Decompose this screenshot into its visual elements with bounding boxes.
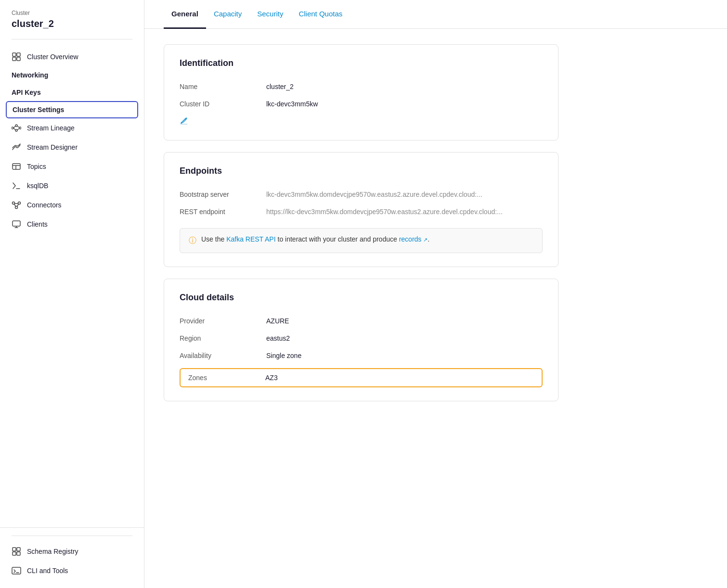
rest-endpoint-row: REST endpoint https://lkc-devc3mm5kw.dom… (180, 203, 543, 220)
bootstrap-server-row: Bootstrap server lkc-devc3mm5kw.domdevcj… (180, 186, 543, 203)
svg-rect-3 (17, 57, 20, 61)
sidebar-item-connectors[interactable]: Connectors (0, 195, 144, 215)
sidebar-item-label: Stream Designer (27, 143, 78, 151)
svg-point-5 (15, 125, 17, 127)
bootstrap-server-label: Bootstrap server (180, 191, 266, 198)
svg-line-8 (13, 126, 15, 128)
info-prefix: Use the (201, 235, 226, 243)
svg-rect-12 (13, 164, 20, 169)
svg-line-21 (17, 204, 19, 206)
identification-name-label: Name (180, 83, 266, 90)
svg-point-4 (12, 127, 13, 129)
info-suffix: . (428, 235, 429, 243)
sidebar-item-label: ksqlDB (27, 182, 48, 190)
sidebar-item-clients[interactable]: Clients (0, 215, 144, 234)
records-link[interactable]: records (399, 235, 422, 243)
sidebar-item-topics[interactable]: Topics (0, 157, 144, 176)
zones-label: Zones (188, 374, 265, 382)
provider-label: Provider (180, 317, 266, 325)
info-icon: ⓘ (189, 236, 196, 246)
svg-rect-28 (17, 552, 20, 555)
sidebar-item-label: Stream Lineage (27, 124, 75, 132)
sidebar-item-label: Schema Registry (27, 548, 78, 555)
region-value: eastus2 (266, 334, 543, 342)
svg-rect-25 (13, 548, 16, 551)
tab-security[interactable]: Security (249, 0, 291, 29)
topics-icon (12, 162, 21, 171)
identification-name-row: Name cluster_2 (180, 78, 543, 95)
cluster-label: Cluster (0, 0, 144, 18)
tab-capacity[interactable]: Capacity (206, 0, 249, 29)
svg-rect-2 (13, 57, 16, 61)
sidebar-item-label: Cluster Settings (13, 106, 64, 114)
sidebar-item-ksqldb[interactable]: ksqlDB (0, 176, 144, 195)
ksqldb-icon (12, 181, 21, 191)
svg-line-20 (14, 204, 16, 206)
external-link-icon: ↗ (423, 237, 428, 243)
stream-lineage-icon (12, 123, 21, 133)
svg-rect-26 (17, 548, 20, 551)
zones-row: Zones AZ3 (180, 368, 543, 387)
sidebar-item-label: Topics (27, 163, 46, 170)
cluster-name: cluster_2 (0, 18, 144, 39)
cloud-details-title: Cloud details (180, 293, 543, 303)
identification-card: Identification Name cluster_2 Cluster ID… (164, 44, 558, 141)
sidebar-item-label: Networking (12, 71, 48, 79)
main-content: General Capacity Security Client Quotas … (144, 0, 727, 588)
svg-rect-1 (17, 53, 20, 56)
svg-line-10 (17, 126, 19, 128)
identification-clusterid-label: Cluster ID (180, 100, 266, 108)
page-content: Identification Name cluster_2 Cluster ID… (144, 29, 578, 428)
rest-endpoint-value: https://lkc-devc3mm5kw.domdevcjpe9570w.e… (266, 208, 543, 216)
kafka-rest-api-link[interactable]: Kafka REST API (226, 235, 275, 243)
availability-row: Availability Single zone (180, 347, 543, 364)
sidebar-bottom-divider (12, 536, 132, 536)
sidebar-item-stream-designer[interactable]: Stream Designer (0, 138, 144, 157)
endpoints-title: Endpoints (180, 166, 543, 176)
region-row: Region eastus2 (180, 330, 543, 347)
provider-row: Provider AZURE (180, 312, 543, 330)
stream-designer-icon (12, 142, 21, 152)
svg-rect-29 (12, 567, 21, 574)
kafka-rest-info-box: ⓘ Use the Kafka REST API to interact wit… (180, 228, 543, 253)
endpoints-card: Endpoints Bootstrap server lkc-devc3mm5k… (164, 152, 558, 267)
svg-line-11 (17, 128, 19, 130)
svg-rect-0 (13, 53, 16, 56)
edit-link[interactable] (180, 116, 188, 125)
tabs-bar: General Capacity Security Client Quotas (144, 0, 727, 29)
identification-name-value: cluster_2 (266, 83, 543, 90)
provider-value: AZURE (266, 317, 543, 325)
sidebar-item-label: CLI and Tools (27, 567, 68, 575)
bootstrap-server-value: lkc-devc3mm5kw.domdevcjpe9570w.eastus2.a… (266, 191, 543, 198)
identification-clusterid-row: Cluster ID lkc-devc3mm5kw (180, 95, 543, 113)
sidebar-item-label: Connectors (27, 201, 62, 209)
sidebar-item-api-keys[interactable]: API Keys (0, 84, 144, 101)
sidebar-item-label: API Keys (12, 89, 41, 96)
rest-endpoint-label: REST endpoint (180, 208, 266, 216)
sidebar: Cluster cluster_2 Cluster Overview Netwo… (0, 0, 144, 588)
sidebar-item-label: Clients (27, 220, 48, 228)
sidebar-item-cluster-overview[interactable]: Cluster Overview (0, 47, 144, 66)
region-label: Region (180, 334, 266, 342)
sidebar-item-cli-and-tools[interactable]: CLI and Tools (0, 561, 144, 580)
identification-clusterid-value: lkc-devc3mm5kw (266, 100, 543, 108)
sidebar-item-label: Cluster Overview (27, 53, 78, 61)
svg-point-6 (15, 129, 17, 131)
cli-icon (12, 566, 21, 575)
sidebar-bottom: Schema Registry CLI and Tools (0, 527, 144, 588)
tab-client-quotas[interactable]: Client Quotas (291, 0, 350, 29)
svg-rect-22 (13, 221, 20, 226)
sidebar-nav: Cluster Overview Networking API Keys Clu… (0, 39, 144, 527)
availability-label: Availability (180, 352, 266, 359)
svg-line-9 (13, 128, 15, 130)
zones-value: AZ3 (265, 374, 534, 382)
clients-icon (12, 219, 21, 229)
sidebar-item-schema-registry[interactable]: Schema Registry (0, 542, 144, 561)
identification-title: Identification (180, 58, 543, 68)
tab-general[interactable]: General (164, 0, 206, 29)
sidebar-item-cluster-settings[interactable]: Cluster Settings (6, 101, 138, 118)
sidebar-item-stream-lineage[interactable]: Stream Lineage (0, 118, 144, 138)
sidebar-item-networking[interactable]: Networking (0, 66, 144, 84)
info-text: Use the Kafka REST API to interact with … (201, 235, 429, 243)
info-middle: to interact with your cluster and produc… (276, 235, 399, 243)
